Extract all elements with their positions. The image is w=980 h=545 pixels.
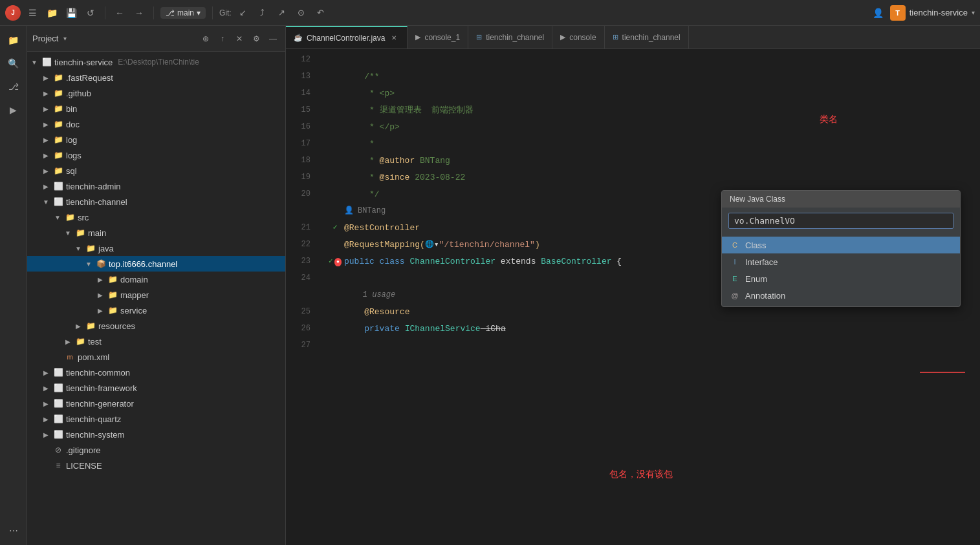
rail-search-icon[interactable]: 🔍 bbox=[5, 54, 23, 72]
refresh-icon[interactable]: ↺ bbox=[83, 5, 98, 21]
forward-icon[interactable]: → bbox=[131, 5, 147, 21]
package-icon: 📦 bbox=[96, 259, 106, 269]
tree-item-sql[interactable]: ▶ 📁 sql bbox=[27, 163, 285, 178]
tree-item-domain[interactable]: ▶ 📁 domain bbox=[27, 272, 285, 287]
label-tienchin-service: tienchin-service bbox=[54, 58, 113, 67]
tree-item-tienchin-generator[interactable]: ▶ ⬜ tienchin-generator bbox=[27, 396, 285, 411]
icon-rail: 📁 🔍 ⎇ ▶ ⋯ bbox=[0, 26, 27, 545]
user-icon[interactable]: 👤 bbox=[871, 5, 886, 21]
folder-icon-java: 📁 bbox=[85, 243, 96, 253]
toolbar-sep1 bbox=[105, 6, 105, 19]
tree-item-test[interactable]: ▶ 📁 test bbox=[27, 334, 285, 349]
tab-tienchin-channel1-label: tienchin_channel bbox=[486, 33, 544, 42]
tree-item-tienchin-channel[interactable]: ▼ ⬜ tienchin-channel bbox=[27, 194, 285, 209]
sidebar-collapse-icon[interactable]: ↑ bbox=[215, 32, 230, 46]
tree-item-gitignore[interactable]: ▶ ⊘ .gitignore bbox=[27, 442, 285, 458]
tree-item-package[interactable]: ▼ 📦 top.it6666.channel bbox=[27, 256, 285, 272]
folder-icon-test: 📁 bbox=[75, 336, 85, 347]
sidebar-title: Project bbox=[32, 34, 58, 43]
main-area: 📁 🔍 ⎇ ▶ ⋯ Project ▾ ⊕ ↑ ✕ ⚙ — ▼ ⬜ tiench… bbox=[0, 26, 980, 545]
tab-tienchin-channel2[interactable]: ⊞ tienchin_channel bbox=[605, 26, 689, 48]
module-icon-tienchin-service: ⬜ bbox=[41, 57, 52, 67]
tab-console1[interactable]: ▶ console_1 bbox=[408, 26, 468, 48]
tab-tienchin-channel1[interactable]: ⊞ tienchin_channel bbox=[468, 26, 552, 48]
new-java-class-popup[interactable]: New Java Class C Class I Interface bbox=[721, 190, 961, 307]
tree-item-log[interactable]: ▶ 📁 log bbox=[27, 132, 285, 147]
code-line-19: * @since 2023-08-22 bbox=[329, 169, 970, 186]
folder-icon-logs: 📁 bbox=[53, 150, 63, 160]
folder-icon[interactable]: 📁 bbox=[44, 5, 60, 21]
popup-class-name-input[interactable] bbox=[728, 213, 953, 229]
rail-more-icon[interactable]: ⋯ bbox=[5, 522, 23, 540]
path-tienchin-service: E:\Desktop\TienChin\tie bbox=[118, 58, 199, 67]
sidebar-minimize-icon[interactable]: — bbox=[266, 32, 280, 46]
menu-icon[interactable]: ☰ bbox=[25, 5, 40, 21]
sidebar-locate-icon[interactable]: ⊕ bbox=[199, 32, 213, 46]
folder-icon-src: 📁 bbox=[65, 212, 75, 222]
service-chevron[interactable]: ▾ bbox=[972, 9, 975, 16]
popup-item-class[interactable]: C Class bbox=[722, 237, 960, 253]
code-line-13: /** bbox=[329, 69, 970, 85]
git-push-icon[interactable]: ↗ bbox=[274, 5, 290, 21]
module-icon-tienchin-generator: ⬜ bbox=[53, 398, 63, 409]
folder-icon-resources: 📁 bbox=[85, 321, 96, 331]
popup-item-enum[interactable]: E Enum bbox=[722, 270, 960, 287]
code-line-14: * <p> bbox=[329, 85, 970, 102]
sidebar-gear-icon[interactable]: ⚙ bbox=[249, 32, 263, 46]
tree-item-resources[interactable]: ▶ 📁 resources bbox=[27, 318, 285, 334]
git-history-icon[interactable]: ⊙ bbox=[294, 5, 309, 21]
folder-icon-log: 📁 bbox=[53, 134, 63, 145]
popup-item-annotation[interactable]: @ Annotation bbox=[722, 287, 960, 304]
tab-tienchin-channel2-label: tienchin_channel bbox=[622, 33, 681, 42]
tree-item-src[interactable]: ▼ 📁 src bbox=[27, 209, 285, 225]
tree-item-tienchin-common[interactable]: ▶ ⬜ tienchin-common bbox=[27, 365, 285, 380]
avatar[interactable]: T bbox=[890, 5, 906, 21]
tab-console2-icon: ▶ bbox=[560, 33, 565, 41]
rail-project-icon[interactable]: 📁 bbox=[5, 31, 23, 49]
tab-channel-controller[interactable]: ☕ ChannelController.java ✕ bbox=[286, 26, 408, 48]
tab-console2[interactable]: ▶ console bbox=[552, 26, 604, 48]
rail-git-icon[interactable]: ⎇ bbox=[5, 78, 23, 96]
code-line-15: * 渠道管理表 前端控制器 bbox=[329, 102, 970, 119]
tree-item-java[interactable]: ▼ 📁 java bbox=[27, 240, 285, 256]
save-icon[interactable]: 💾 bbox=[63, 5, 79, 21]
module-icon-tienchin-channel: ⬜ bbox=[53, 197, 63, 207]
sidebar: Project ▾ ⊕ ↑ ✕ ⚙ — ▼ ⬜ tienchin-service… bbox=[27, 26, 286, 545]
branch-label: main bbox=[177, 8, 194, 17]
tree-item-tienchin-framework[interactable]: ▶ ⬜ tienchin-framework bbox=[27, 380, 285, 396]
tree-item-bin[interactable]: ▶ 📁 bin bbox=[27, 101, 285, 116]
folder-icon-sql: 📁 bbox=[53, 166, 63, 176]
sidebar-dropdown-icon[interactable]: ▾ bbox=[63, 35, 67, 42]
tree-item-logs[interactable]: ▶ 📁 logs bbox=[27, 147, 285, 163]
class-icon: C bbox=[730, 240, 740, 250]
code-line-17: * bbox=[329, 136, 970, 153]
tree-item-pom[interactable]: ▶ m pom.xml bbox=[27, 349, 285, 365]
tree-item-mapper[interactable]: ▶ 📁 mapper bbox=[27, 287, 285, 303]
folder-icon-bin: 📁 bbox=[53, 103, 63, 114]
code-line-18: * @author BNTang bbox=[329, 153, 970, 169]
tree-item-tienchin-quartz[interactable]: ▶ ⬜ tienchin-quartz bbox=[27, 411, 285, 427]
git-branch-icon[interactable]: ⤴ bbox=[255, 5, 270, 21]
code-line-26: private IChannelService iCha bbox=[329, 321, 970, 337]
branch-selector[interactable]: ⎇ main ▾ bbox=[160, 7, 206, 19]
tree-item-tienchin-admin[interactable]: ▶ ⬜ tienchin-admin bbox=[27, 178, 285, 194]
tab-db1-icon: ⊞ bbox=[476, 33, 482, 41]
git-undo-icon[interactable]: ↶ bbox=[313, 5, 329, 21]
rail-run-icon[interactable]: ▶ bbox=[5, 101, 23, 119]
folder-icon-main: 📁 bbox=[75, 228, 85, 238]
sidebar-close-icon[interactable]: ✕ bbox=[232, 32, 246, 46]
tree-item-doc[interactable]: ▶ 📁 doc bbox=[27, 116, 285, 132]
tab-channel-controller-close[interactable]: ✕ bbox=[389, 33, 399, 43]
tree-item-fastRequest[interactable]: ▶ 📁 .fastRequest bbox=[27, 70, 285, 85]
git-commit-icon[interactable]: ↙ bbox=[235, 5, 251, 21]
folder-icon-doc: 📁 bbox=[53, 119, 63, 129]
tree-item-license[interactable]: ▶ ≡ LICENSE bbox=[27, 458, 285, 473]
tree-item-service[interactable]: ▶ 📁 service bbox=[27, 303, 285, 318]
tree-item-main[interactable]: ▼ 📁 main bbox=[27, 225, 285, 240]
tree-item-tienchin-system[interactable]: ▶ ⬜ tienchin-system bbox=[27, 427, 285, 442]
tree-item-tienchin-service[interactable]: ▼ ⬜ tienchin-service E:\Desktop\TienChin… bbox=[27, 54, 285, 70]
tree-item-github[interactable]: ▶ 📁 .github bbox=[27, 85, 285, 101]
popup-item-interface[interactable]: I Interface bbox=[722, 253, 960, 270]
back-icon[interactable]: ← bbox=[112, 5, 127, 21]
tab-channel-controller-label: ChannelController.java bbox=[307, 34, 385, 43]
